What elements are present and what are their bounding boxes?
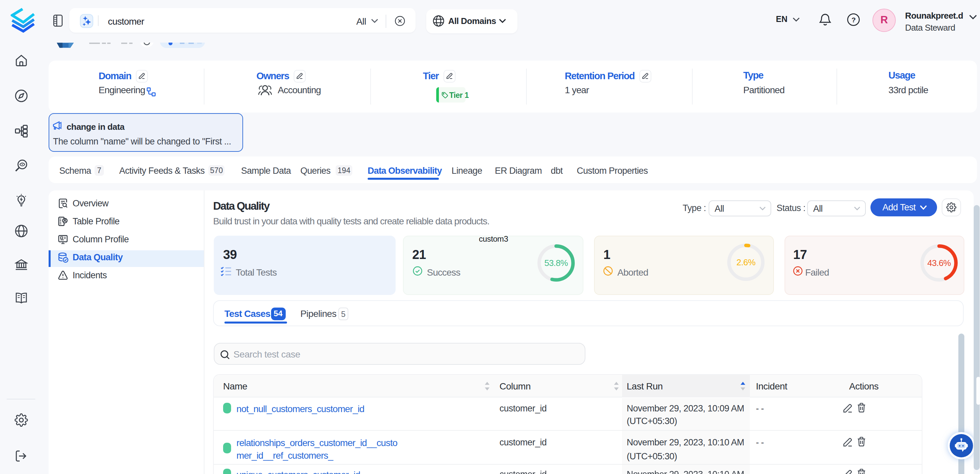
svg-text:2.6%: 2.6% bbox=[737, 257, 756, 267]
svg-text:?: ? bbox=[851, 16, 856, 24]
svg-text:53.8%: 53.8% bbox=[544, 258, 568, 268]
svg-text:43.6%: 43.6% bbox=[928, 258, 951, 268]
